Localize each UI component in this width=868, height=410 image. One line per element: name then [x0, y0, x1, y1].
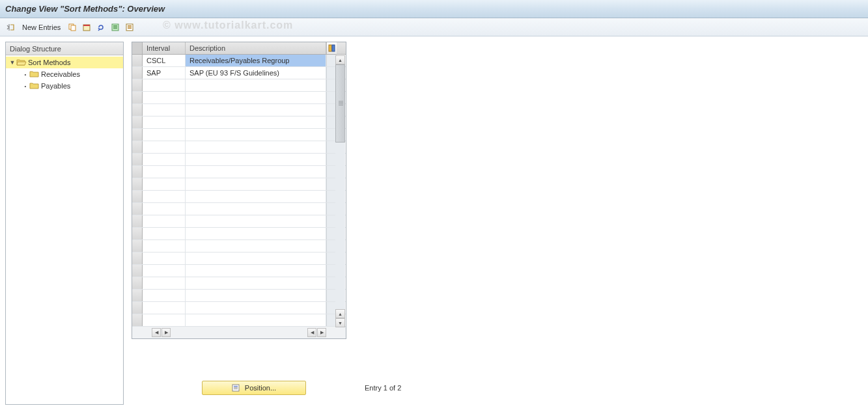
column-header-description[interactable]: Description	[186, 42, 326, 54]
cell-interval[interactable]	[143, 154, 186, 165]
cell-interval[interactable]	[143, 191, 186, 202]
column-header-interval[interactable]: Interval	[143, 42, 186, 54]
cell-description[interactable]	[186, 290, 326, 301]
vertical-scrollbar[interactable]: ▲ ▲ ▼	[335, 55, 345, 327]
row-selector[interactable]	[132, 265, 143, 277]
table-row[interactable]	[132, 178, 346, 191]
cell-interval[interactable]	[143, 240, 186, 252]
row-selector[interactable]	[132, 55, 143, 66]
scroll-left-button[interactable]: ◀	[307, 328, 316, 337]
table-row[interactable]	[132, 92, 346, 104]
scroll-right-button[interactable]: ▶	[161, 328, 171, 337]
table-row[interactable]: CSCL Receivables/Payables Regroup	[132, 55, 346, 67]
row-selector[interactable]	[132, 253, 143, 264]
cell-description[interactable]	[186, 79, 326, 91]
cell-interval[interactable]	[143, 290, 186, 301]
new-entries-button[interactable]: New Entries	[20, 23, 63, 31]
scroll-down-button[interactable]: ▲	[335, 309, 345, 318]
row-selector[interactable]	[132, 240, 143, 252]
table-row[interactable]	[132, 215, 346, 228]
tree-node-payables[interactable]: • Payables	[19, 80, 123, 92]
undo-icon[interactable]	[96, 22, 106, 33]
table-row[interactable]	[132, 314, 346, 327]
table-row[interactable]	[132, 79, 346, 92]
cell-interval[interactable]	[143, 79, 186, 91]
table-row[interactable]	[132, 253, 346, 265]
row-selector[interactable]	[132, 141, 143, 153]
cell-interval[interactable]	[143, 92, 186, 103]
cell-description[interactable]	[186, 253, 326, 264]
cell-interval[interactable]	[143, 141, 186, 153]
cell-interval[interactable]	[143, 129, 186, 141]
row-selector[interactable]	[132, 191, 143, 202]
cell-description[interactable]	[186, 314, 326, 326]
tree-collapse-icon[interactable]: ▼	[8, 59, 16, 66]
cell-description[interactable]: Receivables/Payables Regroup	[186, 55, 326, 66]
table-row[interactable]	[132, 240, 346, 253]
table-row[interactable]: SAP SAP (EU 93 F/S Guidelines)	[132, 67, 346, 79]
delete-icon[interactable]	[81, 22, 92, 33]
tree-node-sort-methods[interactable]: ▼ Sort Methods	[6, 57, 123, 68]
cell-interval[interactable]: SAP	[143, 67, 186, 79]
cell-interval[interactable]	[143, 277, 186, 289]
cell-description[interactable]	[186, 215, 326, 227]
table-row[interactable]	[132, 141, 346, 154]
row-selector[interactable]	[132, 302, 143, 314]
row-selector[interactable]	[132, 92, 143, 103]
row-selector[interactable]	[132, 203, 143, 215]
row-selector-header[interactable]	[132, 42, 143, 54]
position-button[interactable]: Position...	[202, 381, 306, 395]
cell-interval[interactable]	[143, 166, 186, 178]
cell-interval[interactable]	[143, 104, 186, 116]
table-row[interactable]	[132, 302, 346, 314]
row-selector[interactable]	[132, 154, 143, 165]
table-row[interactable]	[132, 116, 346, 129]
cell-description[interactable]	[186, 178, 326, 190]
cell-description[interactable]	[186, 240, 326, 252]
cell-interval[interactable]	[143, 178, 186, 190]
cell-interval[interactable]	[143, 314, 186, 326]
table-row[interactable]	[132, 104, 346, 116]
row-selector[interactable]	[132, 290, 143, 301]
row-selector[interactable]	[132, 79, 143, 91]
cell-interval[interactable]	[143, 265, 186, 277]
row-selector[interactable]	[132, 228, 143, 239]
cell-interval[interactable]	[143, 253, 186, 264]
scroll-down-button[interactable]: ▼	[335, 318, 345, 327]
cell-interval[interactable]	[143, 215, 186, 227]
cell-description[interactable]	[186, 277, 326, 289]
row-selector[interactable]	[132, 314, 143, 326]
row-selector[interactable]	[132, 104, 143, 116]
scroll-left-button[interactable]: ◀	[152, 328, 161, 337]
table-row[interactable]	[132, 166, 346, 178]
cell-description[interactable]	[186, 265, 326, 277]
cell-interval[interactable]	[143, 228, 186, 239]
table-row[interactable]	[132, 265, 346, 277]
toggle-display-icon[interactable]	[5, 22, 16, 33]
table-row[interactable]	[132, 277, 346, 290]
row-selector[interactable]	[132, 215, 143, 227]
table-row[interactable]	[132, 129, 346, 141]
cell-interval[interactable]	[143, 116, 186, 128]
select-all-icon[interactable]	[110, 22, 120, 33]
tree-node-receivables[interactable]: • Receivables	[19, 68, 123, 80]
table-row[interactable]	[132, 290, 346, 302]
cell-description[interactable]	[186, 141, 326, 153]
cell-interval[interactable]: CSCL	[143, 55, 186, 66]
table-row[interactable]	[132, 228, 346, 240]
row-selector[interactable]	[132, 116, 143, 128]
cell-description[interactable]	[186, 203, 326, 215]
cell-description[interactable]	[186, 104, 326, 116]
row-selector[interactable]	[132, 178, 143, 190]
row-selector[interactable]	[132, 129, 143, 141]
select-block-icon[interactable]	[124, 22, 135, 33]
cell-description[interactable]	[186, 166, 326, 178]
cell-description[interactable]	[186, 129, 326, 141]
row-selector[interactable]	[132, 166, 143, 178]
table-row[interactable]	[132, 154, 346, 166]
cell-description[interactable]	[186, 92, 326, 103]
cell-description[interactable]	[186, 116, 326, 128]
scroll-thumb[interactable]	[335, 64, 345, 143]
table-row[interactable]	[132, 191, 346, 203]
cell-interval[interactable]	[143, 203, 186, 215]
